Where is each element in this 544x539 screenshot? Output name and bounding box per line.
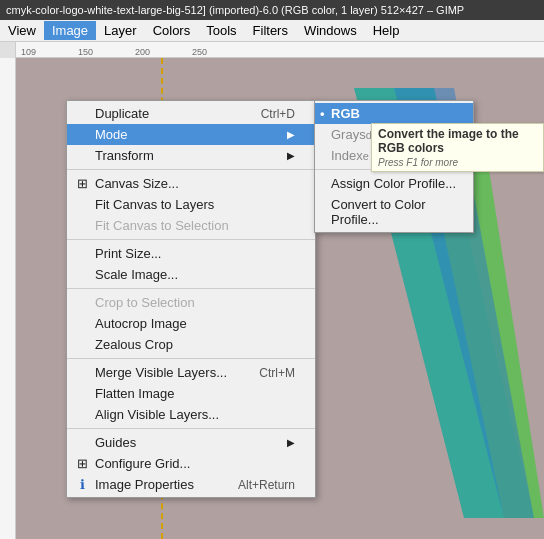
menu-item-canvas-size[interactable]: ⊞ Canvas Size... <box>67 173 315 194</box>
menu-item-scale-image-label: Scale Image... <box>95 267 178 282</box>
canvas-size-icon: ⊞ <box>73 176 91 191</box>
menu-item-crop-selection-label: Crop to Selection <box>95 295 195 310</box>
grid-icon: ⊞ <box>73 456 91 471</box>
mode-item-rgb[interactable]: RGB <box>315 103 473 124</box>
mode-item-convert-label: Convert to Color Profile... <box>331 197 457 227</box>
ruler-vertical <box>0 58 16 539</box>
menu-view[interactable]: View <box>0 21 44 40</box>
title-text: cmyk-color-logo-white-text-large-big-512… <box>6 4 464 16</box>
separator-5 <box>67 428 315 429</box>
menu-item-flatten-label: Flatten Image <box>95 386 175 401</box>
menu-item-guides-label: Guides <box>95 435 136 450</box>
ruler-mark-3: 200 <box>135 47 150 57</box>
separator-4 <box>67 358 315 359</box>
menu-colors[interactable]: Colors <box>145 21 199 40</box>
mode-item-rgb-label: RGB <box>331 106 360 121</box>
info-icon: ℹ <box>73 477 91 492</box>
menu-item-image-properties-label: Image Properties <box>95 477 194 492</box>
menu-item-configure-grid-label: Configure Grid... <box>95 456 190 471</box>
menu-item-image-properties[interactable]: ℹ Image Properties Alt+Return <box>67 474 315 495</box>
tooltip-box: Convert the image to the RGB colors Pres… <box>371 123 544 172</box>
transform-arrow-icon: ▶ <box>287 150 295 161</box>
guides-arrow-icon: ▶ <box>287 437 295 448</box>
ruler-mark-2: 150 <box>78 47 93 57</box>
separator-2 <box>67 239 315 240</box>
menu-item-zealous-crop-label: Zealous Crop <box>95 337 173 352</box>
menu-item-flatten[interactable]: Flatten Image <box>67 383 315 404</box>
mode-item-assign-label: Assign Color Profile... <box>331 176 456 191</box>
menu-item-merge-visible-label: Merge Visible Layers... <box>95 365 227 380</box>
menu-item-fit-canvas-selection: Fit Canvas to Selection <box>67 215 315 236</box>
separator-3 <box>67 288 315 289</box>
menu-item-mode[interactable]: Mode ▶ <box>67 124 315 145</box>
menu-layer[interactable]: Layer <box>96 21 145 40</box>
tooltip-title: Convert the image to the RGB colors <box>378 127 537 155</box>
menu-item-fit-canvas-layers-label: Fit Canvas to Layers <box>95 197 214 212</box>
image-menu-dropdown: Duplicate Ctrl+D Mode ▶ Transform ▶ ⊞ Ca… <box>66 100 316 498</box>
menu-help[interactable]: Help <box>365 21 408 40</box>
menu-item-merge-visible-shortcut: Ctrl+M <box>259 366 295 380</box>
ruler-corner <box>0 42 16 58</box>
mode-item-grayscale-label: Grays <box>331 127 366 142</box>
menu-item-image-properties-shortcut: Alt+Return <box>238 478 295 492</box>
menu-item-scale-image[interactable]: Scale Image... <box>67 264 315 285</box>
ruler-horizontal: 109 150 200 250 <box>16 42 544 57</box>
menu-item-transform[interactable]: Transform ▶ <box>67 145 315 166</box>
menu-item-print-size-label: Print Size... <box>95 246 161 261</box>
menu-item-autocrop[interactable]: Autocrop Image <box>67 313 315 334</box>
tooltip-hint: Press F1 for more <box>378 157 537 168</box>
menu-item-zealous-crop[interactable]: Zealous Crop <box>67 334 315 355</box>
menu-item-print-size[interactable]: Print Size... <box>67 243 315 264</box>
canvas-area: Duplicate Ctrl+D Mode ▶ Transform ▶ ⊞ Ca… <box>16 58 544 539</box>
menu-item-merge-visible[interactable]: Merge Visible Layers... Ctrl+M <box>67 362 315 383</box>
menu-item-fit-canvas-layers[interactable]: Fit Canvas to Layers <box>67 194 315 215</box>
menu-item-canvas-size-label: Canvas Size... <box>95 176 179 191</box>
mode-item-convert-color-profile[interactable]: Convert to Color Profile... <box>315 194 473 230</box>
title-bar: cmyk-color-logo-white-text-large-big-512… <box>0 0 544 20</box>
menu-item-mode-label: Mode <box>95 127 128 142</box>
menu-item-autocrop-label: Autocrop Image <box>95 316 187 331</box>
menu-item-transform-label: Transform <box>95 148 154 163</box>
content-area: Duplicate Ctrl+D Mode ▶ Transform ▶ ⊞ Ca… <box>0 58 544 539</box>
menu-item-fit-canvas-selection-label: Fit Canvas to Selection <box>95 218 229 233</box>
mode-arrow-icon: ▶ <box>287 129 295 140</box>
menu-item-duplicate-shortcut: Ctrl+D <box>261 107 295 121</box>
menu-item-configure-grid[interactable]: ⊞ Configure Grid... <box>67 453 315 474</box>
menu-item-duplicate[interactable]: Duplicate Ctrl+D <box>67 103 315 124</box>
menu-windows[interactable]: Windows <box>296 21 365 40</box>
mode-item-indexed-label: Index <box>331 148 363 163</box>
menu-bar: View Image Layer Colors Tools Filters Wi… <box>0 20 544 42</box>
menu-item-align-visible[interactable]: Align Visible Layers... <box>67 404 315 425</box>
separator-1 <box>67 169 315 170</box>
ruler-mark-1: 109 <box>21 47 36 57</box>
menu-image[interactable]: Image <box>44 21 96 40</box>
menu-tools[interactable]: Tools <box>198 21 244 40</box>
ruler-mark-4: 250 <box>192 47 207 57</box>
menu-item-align-visible-label: Align Visible Layers... <box>95 407 219 422</box>
menu-item-crop-selection: Crop to Selection <box>67 292 315 313</box>
menu-item-duplicate-label: Duplicate <box>95 106 149 121</box>
menu-item-guides[interactable]: Guides ▶ <box>67 432 315 453</box>
ruler-row: 109 150 200 250 <box>0 42 544 58</box>
menu-filters[interactable]: Filters <box>245 21 296 40</box>
mode-item-assign-color-profile[interactable]: Assign Color Profile... <box>315 173 473 194</box>
